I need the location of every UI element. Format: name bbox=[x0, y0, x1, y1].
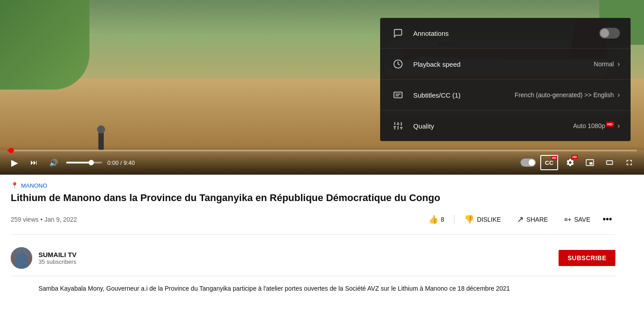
save-button[interactable]: ≡+ SAVE bbox=[557, 212, 597, 227]
channel-avatar[interactable] bbox=[11, 247, 32, 269]
annotations-row[interactable]: Annotations bbox=[380, 18, 631, 49]
subtitles-icon bbox=[391, 88, 405, 102]
subtitles-label: Subtitles/CC (1) bbox=[413, 91, 515, 99]
share-button[interactable]: ↗ SHARE bbox=[510, 211, 555, 228]
subtitles-row[interactable]: Subtitles/CC (1) French (auto-generated)… bbox=[380, 80, 631, 111]
location-tag[interactable]: 📍 MANONO bbox=[11, 182, 615, 189]
quality-icon bbox=[391, 119, 405, 133]
miniplayer-button[interactable] bbox=[582, 155, 597, 170]
dislike-label: DISLIKE bbox=[477, 216, 501, 223]
channel-info: SUMAILI TV 35 subscribers bbox=[38, 251, 559, 265]
volume-button[interactable]: 🔊 bbox=[47, 155, 61, 170]
person-head bbox=[97, 125, 105, 133]
channel-row: SUMAILI TV 35 subscribers SUBSCRIBE bbox=[11, 243, 615, 276]
autoplay-switch[interactable] bbox=[521, 159, 536, 167]
save-label: SAVE bbox=[574, 216, 590, 223]
foliage-left bbox=[0, 0, 89, 90]
controls-row: ▶ ⏭ 🔊 0:00 / 9:40 CC HD bbox=[7, 155, 637, 170]
thumbs-down-icon: 👎 bbox=[464, 215, 474, 224]
volume-dot bbox=[89, 160, 94, 165]
quality-row[interactable]: Quality Auto 1080pHD › bbox=[380, 111, 631, 141]
progress-dot bbox=[8, 148, 14, 153]
play-button[interactable]: ▶ bbox=[7, 155, 21, 170]
location-label: MANONO bbox=[21, 182, 47, 189]
next-button[interactable]: ⏭ bbox=[27, 155, 41, 170]
channel-name[interactable]: SUMAILI TV bbox=[38, 251, 559, 258]
cc-hd-badge: HD bbox=[551, 156, 557, 160]
volume-fill bbox=[66, 162, 89, 163]
more-icon: ••• bbox=[602, 214, 612, 224]
more-button[interactable]: ••• bbox=[599, 211, 615, 228]
subtitles-chevron: › bbox=[618, 91, 620, 99]
playback-speed-icon bbox=[391, 57, 405, 71]
autoplay-knob bbox=[529, 159, 535, 166]
annotations-label: Annotations bbox=[413, 30, 599, 37]
settings-menu: Annotations Playback speed Normal › bbox=[380, 18, 631, 141]
like-dislike-divider bbox=[454, 215, 454, 224]
annotations-icon bbox=[391, 26, 405, 40]
hd-badge: HD bbox=[606, 122, 614, 127]
volume-slider[interactable] bbox=[66, 162, 102, 163]
autoplay-toggle[interactable] bbox=[521, 159, 536, 167]
video-meta-row: 259 views • Jan 9, 2022 👍 8 👎 DISLIKE ↗ … bbox=[11, 211, 615, 235]
like-count: 8 bbox=[441, 216, 445, 223]
toggle-knob bbox=[600, 29, 609, 38]
share-icon: ↗ bbox=[517, 215, 524, 224]
views-date: 259 views • Jan 9, 2022 bbox=[11, 216, 421, 223]
quality-chevron: › bbox=[618, 122, 620, 130]
controls-right: CC HD HD bbox=[521, 155, 637, 170]
video-description: Samba Kayabala Mony, Gouverneur a.i de l… bbox=[11, 276, 615, 293]
playback-speed-row[interactable]: Playback speed Normal › bbox=[380, 49, 631, 80]
quality-label: Quality bbox=[413, 122, 573, 130]
playback-speed-label: Playback speed bbox=[413, 60, 594, 68]
action-buttons: 👍 8 👎 DISLIKE ↗ SHARE ≡+ SAVE ••• bbox=[421, 211, 615, 228]
subtitles-value: French (auto-generated) >> English bbox=[515, 91, 614, 99]
share-label: SHARE bbox=[526, 216, 548, 223]
settings-hd-badge: HD bbox=[572, 155, 578, 159]
settings-button[interactable]: HD bbox=[563, 155, 578, 170]
like-button[interactable]: 👍 8 bbox=[421, 211, 452, 228]
playback-speed-value: Normal bbox=[594, 60, 614, 68]
description-text: Samba Kayabala Mony, Gouverneur a.i de l… bbox=[38, 283, 615, 293]
save-icon: ≡+ bbox=[564, 216, 571, 223]
avatar-image bbox=[11, 247, 32, 269]
annotations-toggle[interactable] bbox=[599, 28, 620, 39]
dislike-button[interactable]: 👎 DISLIKE bbox=[457, 211, 508, 228]
avatar-person-shape bbox=[15, 253, 28, 269]
below-video: 📍 MANONO Lithium de Manono dans la Provi… bbox=[0, 175, 626, 293]
fullscreen-button[interactable] bbox=[622, 155, 637, 170]
controls-bar: ▶ ⏭ 🔊 0:00 / 9:40 CC HD bbox=[0, 146, 644, 175]
theater-button[interactable] bbox=[602, 155, 617, 170]
progress-bar[interactable] bbox=[7, 150, 637, 151]
quality-value: Auto 1080pHD bbox=[573, 122, 614, 129]
time-display: 0:00 / 9:40 bbox=[107, 159, 135, 166]
thumbs-up-icon: 👍 bbox=[428, 215, 438, 224]
video-title: Lithium de Manono dans la Province du Ta… bbox=[11, 192, 615, 205]
video-player[interactable]: N485TU Annotations bbox=[0, 0, 644, 175]
location-icon: 📍 bbox=[11, 182, 18, 189]
svg-rect-1 bbox=[394, 92, 402, 98]
subscriber-count: 35 subscribers bbox=[38, 258, 559, 265]
playback-speed-chevron: › bbox=[618, 60, 620, 68]
subscribe-button[interactable]: SUBSCRIBE bbox=[559, 250, 615, 266]
cc-button[interactable]: CC HD bbox=[540, 155, 558, 170]
